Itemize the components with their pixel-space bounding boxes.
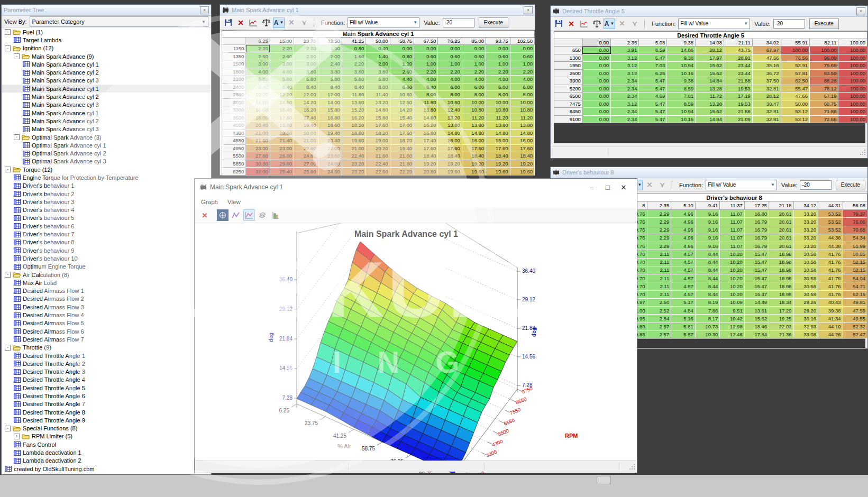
data-cell[interactable]: 4.57	[671, 274, 696, 282]
data-cell[interactable]: 2.11	[647, 274, 671, 282]
data-cell[interactable]: 23.00	[270, 144, 294, 152]
tree-item[interactable]: Optimal Spark Advance cyl 2	[2, 149, 211, 157]
data-cell[interactable]: 24.60	[294, 152, 318, 160]
data-cell[interactable]: 33.08	[793, 330, 818, 338]
data-cell[interactable]: 12.20	[270, 91, 294, 99]
data-cell[interactable]: 3.91	[611, 47, 639, 54]
data-cell[interactable]: 2.11	[647, 250, 671, 258]
data-cell[interactable]: 11.72	[696, 93, 724, 100]
data-cell[interactable]: 72.66	[809, 115, 838, 123]
collapse-icon[interactable]: -	[5, 345, 11, 351]
data-cell[interactable]: 44.38	[818, 242, 843, 250]
col-header[interactable]: 67.50	[414, 38, 438, 45]
row-header[interactable]: 1500	[222, 60, 246, 68]
data-cell[interactable]: 5.47	[639, 115, 667, 123]
data-cell[interactable]: 2.11	[647, 282, 671, 290]
data-cell[interactable]: 14.20	[390, 106, 414, 114]
data-cell[interactable]: 28.12	[696, 47, 724, 54]
data-cell[interactable]: 67.19	[809, 93, 838, 100]
row-header[interactable]: 4050	[222, 122, 246, 130]
data-cell[interactable]: 17.60	[414, 144, 438, 152]
row-header[interactable]: 8450	[554, 108, 583, 116]
data-cell[interactable]: 14.80	[486, 129, 510, 137]
data-cell[interactable]: 19.20	[438, 160, 462, 168]
data-cell[interactable]: 4.57	[671, 282, 696, 290]
data-cell[interactable]: 20.61	[769, 210, 793, 218]
data-cell[interactable]: 68.75	[809, 100, 838, 108]
data-cell[interactable]: 53.12	[781, 108, 809, 116]
data-cell[interactable]: 13.60	[342, 98, 366, 106]
tree-item[interactable]: Main Spark Advance cyl 2	[2, 68, 211, 76]
data-cell[interactable]: 14.84	[696, 115, 724, 123]
data-cell[interactable]: 1.20	[390, 60, 414, 68]
data-cell[interactable]: 19.20	[486, 160, 510, 168]
data-cell[interactable]: 10.30	[695, 330, 719, 338]
data-cell[interactable]: 16.80	[744, 210, 769, 218]
data-cell[interactable]: 0.60	[462, 52, 486, 60]
data-cell[interactable]: 10.16	[667, 115, 696, 123]
data-cell[interactable]: 21.00	[390, 152, 414, 160]
tree-item[interactable]: Driver's behaviour 4	[2, 206, 211, 214]
data-cell[interactable]: 0.40	[366, 45, 390, 53]
data-cell[interactable]: 6.00	[486, 83, 510, 91]
data-cell[interactable]: 10.73	[695, 323, 719, 330]
col-header[interactable]: 5.10	[671, 201, 696, 210]
data-cell[interactable]: 5.47	[639, 77, 667, 85]
tree-item[interactable]: Main Spark Advance cyl 1	[2, 85, 211, 93]
data-cell[interactable]: 10.20	[720, 274, 744, 282]
data-cell[interactable]: 2.67	[647, 323, 671, 330]
data-cell[interactable]: 40.43	[818, 298, 843, 306]
collapse-icon[interactable]: -	[5, 167, 11, 172]
data-cell[interactable]: 83.59	[809, 69, 838, 77]
data-cell[interactable]: 10.80	[462, 106, 486, 114]
tree-item[interactable]: Desired Airmass Flow 6	[2, 327, 211, 335]
data-cell[interactable]: 16.60	[246, 106, 270, 114]
data-cell[interactable]: 10.16	[667, 69, 696, 77]
data-cell[interactable]: 9.16	[695, 226, 719, 234]
data-cell[interactable]: 15.47	[744, 274, 769, 282]
data-cell[interactable]: 24.80	[318, 160, 342, 168]
data-cell[interactable]: 30.80	[246, 160, 270, 168]
col-header[interactable]: 93.75	[486, 38, 510, 45]
data-cell[interactable]: 15.62	[696, 62, 724, 70]
data-cell[interactable]: 6.40	[414, 83, 438, 91]
data-cell[interactable]: 5.47	[639, 100, 667, 108]
data-cell[interactable]: 16.20	[414, 122, 438, 130]
tree-item[interactable]: Optimal Spark Advance cyl 3	[2, 158, 211, 165]
data-cell[interactable]: 30.58	[793, 282, 818, 290]
data-cell[interactable]: 100.00	[838, 62, 867, 70]
col-header[interactable]: 14.08	[696, 39, 724, 47]
data-cell[interactable]: 18.98	[769, 266, 793, 274]
data-cell[interactable]: 37.50	[752, 77, 781, 85]
data-cell[interactable]: 15.47	[744, 250, 769, 258]
data-cell[interactable]: 30.58	[793, 290, 818, 298]
data-cell[interactable]: 23.44	[724, 69, 752, 77]
tree-item[interactable]: Desired Throttle Angle 2	[2, 360, 211, 367]
data-cell[interactable]: 0.80	[390, 52, 414, 60]
data-cell[interactable]: 22.60	[366, 168, 390, 176]
data-cell[interactable]: 50.00	[781, 100, 809, 108]
data-cell[interactable]: 8.00	[438, 91, 462, 99]
data-cell[interactable]: 2.34	[611, 115, 639, 123]
col-header[interactable]: 41.25	[342, 38, 366, 45]
data-cell[interactable]: 18.40	[510, 152, 534, 160]
data-cell[interactable]: 1.00	[510, 60, 534, 68]
tree-item[interactable]: Optimal Spark Advance cyl 1	[2, 141, 211, 149]
data-cell[interactable]: 3.12	[611, 69, 639, 77]
data-cell[interactable]: 14.60	[270, 98, 294, 106]
data-cell[interactable]: 8.59	[667, 100, 696, 108]
tree-item[interactable]: Lambda deactivation 2	[2, 457, 211, 465]
data-cell[interactable]: 8.19	[695, 298, 719, 306]
tree-item[interactable]: -Throttle (9)	[2, 344, 211, 352]
data-cell[interactable]: 50.55	[843, 250, 867, 258]
data-cell[interactable]: 20.61	[769, 242, 793, 250]
compare-icon[interactable]	[591, 19, 602, 29]
data-cell[interactable]: 9.38	[667, 54, 696, 62]
data-cell[interactable]: 10.80	[510, 106, 534, 114]
data-cell[interactable]: 19.40	[390, 144, 414, 152]
close-graph-icon[interactable]: ✕	[199, 209, 211, 221]
data-cell[interactable]: 15.47	[744, 258, 769, 266]
data-cell[interactable]: 62.50	[781, 77, 809, 85]
tree-item[interactable]: Driver's behaviour 2	[2, 190, 211, 198]
data-cell[interactable]: 15.62	[744, 315, 769, 323]
